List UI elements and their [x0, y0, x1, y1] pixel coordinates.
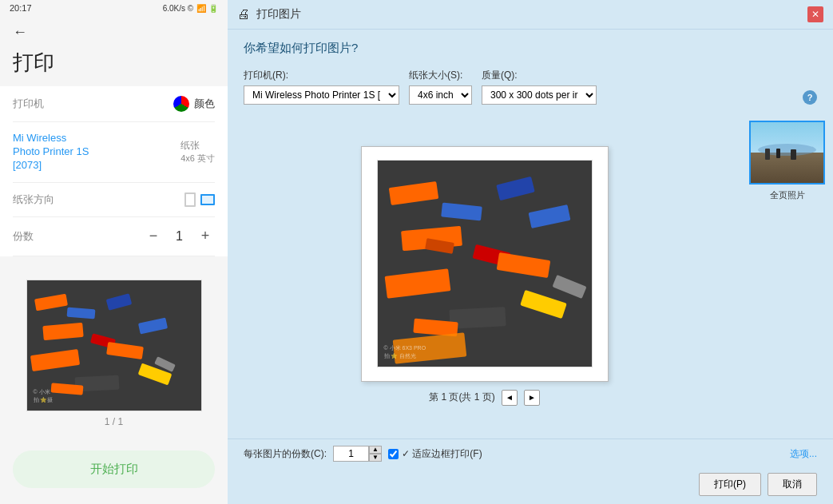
copies-input[interactable]: [333, 446, 369, 462]
next-page-button[interactable]: ►: [524, 390, 540, 406]
thumb-frame[interactable]: [749, 121, 825, 185]
printer-control-group: 打印机(R): Mi Wireless Photo Printer 1S [: [244, 69, 399, 105]
lego-scene-main: © 小米 6X3 PRO拍 ⭐ 自然光: [378, 161, 592, 367]
preview-thumbnail: © 小米拍 ⭐摄: [26, 280, 202, 411]
orientation-icons: [184, 192, 215, 207]
footer-left: 每张图片的份数(C): ▲ ▼ ✓ 适应边框打印(F): [244, 446, 482, 462]
portrait-icon[interactable]: [184, 192, 196, 207]
dialog-question: 你希望如何打印图片?: [228, 30, 833, 64]
printer-label: 打印机: [13, 97, 44, 111]
cancel-button[interactable]: 取消: [768, 473, 817, 496]
copies-control: − 1 +: [144, 227, 215, 246]
dialog-titlebar: 🖨 打印图片 ✕: [228, 0, 833, 30]
dialog-title-left: 🖨 打印图片: [237, 7, 301, 22]
close-button[interactable]: ✕: [807, 6, 823, 22]
thumbnail-section: 全页照片: [741, 113, 833, 439]
help-icon[interactable]: ?: [803, 90, 817, 105]
main-watermark: © 小米 6X3 PRO拍 ⭐ 自然光: [384, 344, 426, 360]
copies-number: 1: [176, 229, 183, 244]
back-button[interactable]: ←: [0, 16, 228, 49]
quality-select[interactable]: 300 x 300 dots per ir: [482, 85, 597, 105]
fit-label: ✓ 适应边框打印(F): [402, 447, 482, 461]
preview-area: © 小米拍 ⭐摄 1 / 1: [0, 256, 228, 450]
dialog-title: 打印图片: [256, 7, 301, 22]
left-panel: 20:17 6.0K/s © 📶 🔋 ← 打印 打印机 颜色 Mi Wirele…: [0, 0, 228, 504]
decrease-copies-button[interactable]: −: [144, 227, 163, 246]
landscape-icon[interactable]: [200, 194, 215, 205]
print-preview-frame: © 小米 6X3 PRO拍 ⭐ 自然光: [361, 146, 609, 382]
print-button[interactable]: 打印(P): [699, 473, 761, 496]
options-link[interactable]: 选项...: [790, 447, 817, 461]
quality-label: 质量(Q):: [482, 69, 597, 82]
printer-name-row[interactable]: Mi WirelessPhoto Printer 1S[2073] 纸张 4x6…: [13, 122, 215, 183]
watermark: © 小米拍 ⭐摄: [34, 388, 54, 404]
dialog-action-row: 打印(P) 取消: [228, 468, 833, 504]
printer-value: 颜色: [173, 96, 215, 112]
start-print-button[interactable]: 开始打印: [13, 450, 215, 488]
orientation-label: 纸张方向: [13, 192, 54, 207]
orientation-row[interactable]: 纸张方向: [13, 183, 215, 217]
status-icons: 6.0K/s © 📶 🔋: [163, 4, 218, 13]
time-display: 20:17: [10, 3, 32, 13]
preview-section: © 小米 6X3 PRO拍 ⭐ 自然光 第 1 页(共 1 页) ◄ ►: [228, 113, 741, 439]
printer-icon: 🖨: [237, 7, 250, 22]
paper-size-control-group: 纸张大小(S): 4x6 inch: [409, 69, 472, 105]
fit-checkbox[interactable]: [388, 449, 399, 459]
paper-value: 纸张 4x6 英寸: [180, 139, 215, 165]
status-bar: 20:17 6.0K/s © 📶 🔋: [0, 0, 228, 16]
color-circle: [173, 96, 189, 112]
lego-scene-left: © 小米拍 ⭐摄: [27, 280, 201, 411]
thumb-label: 全页照片: [770, 189, 805, 201]
increase-copies-button[interactable]: +: [196, 227, 215, 246]
inner-image-frame: © 小米 6X3 PRO拍 ⭐ 自然光: [377, 160, 593, 367]
printer-settings: 打印机 颜色 Mi WirelessPhoto Printer 1S[2073]…: [0, 86, 228, 256]
printer-row: 打印机 颜色: [13, 86, 215, 122]
printer-select[interactable]: Mi Wireless Photo Printer 1S [: [244, 85, 399, 105]
spin-up-button[interactable]: ▲: [369, 446, 382, 454]
page-nav-text: 第 1 页(共 1 页): [429, 391, 495, 404]
copies-label: 份数: [13, 229, 34, 244]
printer-control-label: 打印机(R):: [244, 69, 399, 82]
paper-size-select[interactable]: 4x6 inch: [409, 85, 472, 105]
dialog-footer: 每张图片的份数(C): ▲ ▼ ✓ 适应边框打印(F) 选项...: [228, 439, 833, 468]
quality-control-group: 质量(Q): 300 x 300 dots per ir: [482, 69, 597, 105]
spinner-buttons: ▲ ▼: [369, 446, 382, 462]
fit-checkbox-group: ✓ 适应边框打印(F): [388, 447, 482, 461]
paper-label: 纸张: [180, 139, 215, 153]
right-panel: 🖨 打印图片 ✕ 你希望如何打印图片? 打印机(R): Mi Wireless …: [228, 0, 833, 504]
dialog-main: © 小米 6X3 PRO拍 ⭐ 自然光 第 1 页(共 1 页) ◄ ►: [228, 113, 833, 439]
page-nav: 第 1 页(共 1 页) ◄ ►: [429, 390, 540, 406]
network-speed: 6.0K/s ©: [163, 4, 194, 13]
dialog-controls: 打印机(R): Mi Wireless Photo Printer 1S [ 纸…: [228, 64, 833, 113]
prev-page-button[interactable]: ◄: [502, 390, 518, 406]
color-label: 颜色: [194, 97, 215, 111]
footer-copies-label: 每张图片的份数(C):: [244, 447, 327, 461]
printer-name: Mi WirelessPhoto Printer 1S[2073]: [13, 132, 89, 173]
paper-size-label: 纸张大小(S):: [409, 69, 472, 82]
preview-page-label: 1 / 1: [105, 416, 123, 427]
copies-input-wrapper: ▲ ▼: [333, 446, 382, 462]
paper-size: 4x6 英寸: [180, 153, 215, 165]
thumb-image: [751, 122, 823, 183]
signal-icons: 📶 🔋: [196, 4, 218, 13]
spin-down-button[interactable]: ▼: [369, 454, 382, 462]
print-title: 打印: [0, 49, 228, 86]
copies-row: 份数 − 1 +: [13, 217, 215, 256]
